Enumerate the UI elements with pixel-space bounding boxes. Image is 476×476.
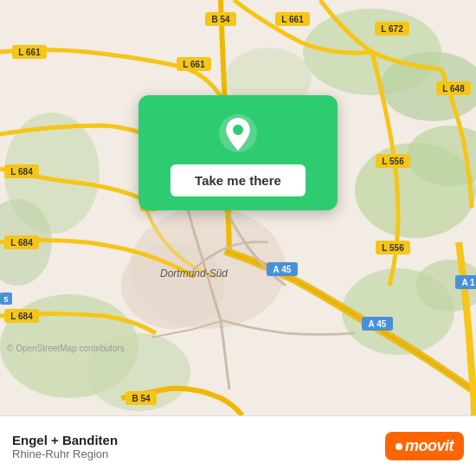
svg-text:L 661: L 661 (183, 60, 205, 69)
moovit-logo-text: moovit (405, 437, 453, 455)
svg-point-50 (233, 125, 243, 135)
map-container[interactable]: B 54 L 661 L 661 L 661 L 672 L 684 L 684… (0, 0, 476, 415)
location-pin-icon (217, 113, 259, 154)
svg-text:L 661: L 661 (281, 15, 304, 24)
place-name: Engel + Banditen (12, 433, 118, 447)
popup-card: Take me there (138, 95, 338, 210)
svg-text:L 684: L 684 (10, 238, 33, 248)
svg-text:L 661: L 661 (18, 48, 41, 57)
svg-text:L 556: L 556 (382, 157, 404, 166)
bottom-info: Engel + Banditen Rhine-Ruhr Region (12, 433, 118, 460)
svg-text:B 54: B 54 (211, 15, 230, 24)
svg-text:Dortmund-Süd: Dortmund-Süd (160, 267, 228, 280)
svg-text:A 45: A 45 (369, 319, 387, 329)
bottom-bar: Engel + Banditen Rhine-Ruhr Region moovi… (0, 415, 476, 476)
svg-text:L 556: L 556 (382, 243, 404, 253)
svg-text:L 684: L 684 (10, 312, 33, 321)
svg-text:A 1: A 1 (461, 278, 475, 287)
place-region: Rhine-Ruhr Region (12, 447, 118, 460)
moovit-logo[interactable]: moovit (385, 432, 464, 460)
svg-text:L 672: L 672 (381, 24, 403, 34)
svg-text:L 684: L 684 (10, 167, 33, 177)
svg-text:5: 5 (3, 295, 8, 304)
map-attribution: © OpenStreetMap contributors (7, 344, 125, 353)
svg-text:B 54: B 54 (132, 394, 151, 403)
svg-text:L 648: L 648 (442, 84, 465, 93)
take-me-there-button[interactable]: Take me there (170, 164, 306, 196)
svg-text:A 45: A 45 (273, 265, 292, 274)
moovit-logo-dot (396, 443, 402, 450)
